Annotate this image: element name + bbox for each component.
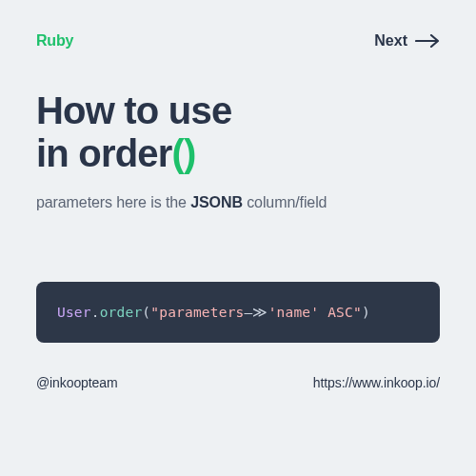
code-str-open: "parameters (150, 305, 244, 320)
code-close-paren: ) (362, 305, 370, 320)
title-line2: in order (36, 132, 172, 174)
arrow-right-icon (415, 34, 440, 48)
code-method: order (100, 305, 143, 320)
code-open-paren: ( (142, 305, 150, 320)
code-dot: . (91, 305, 100, 320)
subtitle-post: column/field (243, 194, 327, 210)
title-line1: How to use (36, 89, 231, 131)
next-label: Next (374, 32, 407, 50)
category-tag: Ruby (36, 32, 73, 50)
next-button[interactable]: Next (374, 32, 440, 50)
code-class: User (57, 305, 91, 320)
code-str-close: 'name' ASC" (268, 305, 362, 320)
subtitle-pre: parameters here is the (36, 194, 190, 210)
footer-url: https://www.inkoop.io/ (313, 375, 440, 390)
code-arrow: —≫ (245, 305, 268, 320)
subtitle: parameters here is the JSONB column/fiel… (36, 194, 440, 211)
header-row: Ruby Next (36, 32, 440, 50)
subtitle-bold: JSONB (190, 194, 243, 210)
footer: @inkoopteam https://www.inkoop.io/ (36, 375, 440, 390)
title-parens: () (172, 132, 196, 174)
footer-handle: @inkoopteam (36, 375, 118, 390)
page-title: How to use in order() (36, 89, 440, 175)
code-block: User.order("parameters—≫'name' ASC") (36, 282, 440, 343)
